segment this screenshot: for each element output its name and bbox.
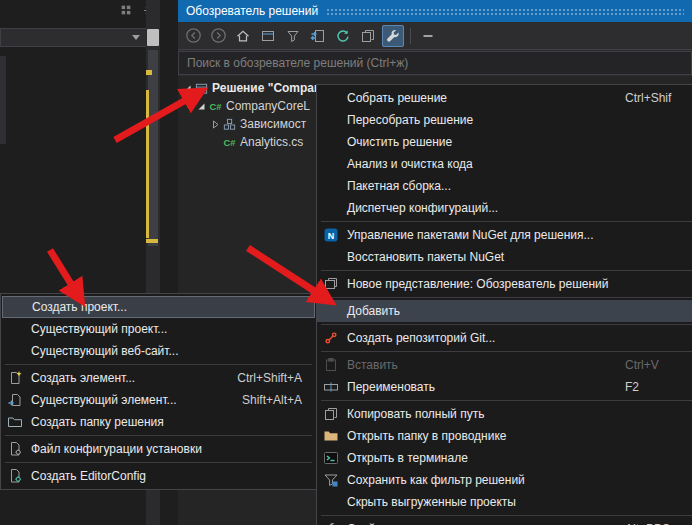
pending-changes-filter-button[interactable] xyxy=(282,25,304,47)
menu-item-label: Скрыть выгруженные проекты xyxy=(347,495,516,509)
scrollbar-thumb[interactable] xyxy=(148,50,158,246)
terminal-icon xyxy=(323,450,347,466)
svg-text:C#: C# xyxy=(224,138,237,148)
menu-item-label: Управление пакетами NuGet для решения... xyxy=(347,228,594,242)
properties-wrench-icon xyxy=(323,521,347,525)
menu-item-label: Создать элемент... xyxy=(31,371,135,385)
properties-button[interactable] xyxy=(382,25,404,47)
menu-separator xyxy=(321,297,692,298)
home-button[interactable] xyxy=(232,25,254,47)
new-view-icon xyxy=(323,276,347,292)
menu-item-label: Открыть в терминале xyxy=(347,451,468,465)
solution-explorer-titlebar[interactable]: Обозреватель решений xyxy=(178,0,692,22)
menu-item-add[interactable]: Добавить xyxy=(317,300,692,322)
csharp-project-icon: C# xyxy=(208,99,226,114)
menu-item-installer-configuration-file[interactable]: Файл конфигурации установки xyxy=(1,438,316,460)
modified-line-marker xyxy=(146,70,152,75)
menu-item-clean-solution[interactable]: Очистить решение xyxy=(317,131,692,153)
refresh-icon xyxy=(335,28,351,44)
modified-lines-marker xyxy=(146,90,149,238)
forward-button[interactable] xyxy=(207,25,229,47)
collapse-all-button[interactable] xyxy=(417,25,439,47)
menu-item-configuration-manager[interactable]: Диспетчер конфигураций... xyxy=(317,197,692,219)
panel-title: Обозреватель решений xyxy=(186,4,318,18)
expander-expanded-icon[interactable] xyxy=(194,100,208,113)
more-options-icon[interactable] xyxy=(118,2,134,18)
expander-collapsed-icon[interactable] xyxy=(208,118,222,131)
menu-item-label: Анализ и очистка кода xyxy=(347,157,473,171)
menu-item-rebuild-solution[interactable]: Пересобрать решение xyxy=(317,109,692,131)
menu-item-label: Новое представление: Обозреватель решени… xyxy=(347,277,608,291)
refresh-button[interactable] xyxy=(332,25,354,47)
menu-item-label: Вставить xyxy=(347,358,398,372)
git-icon xyxy=(323,330,347,346)
menu-item-rename[interactable]: Переименовать F2 xyxy=(317,376,692,398)
menu-separator xyxy=(321,351,692,352)
sync-with-active-document-button[interactable] xyxy=(307,25,329,47)
left-scrollbar-strip[interactable] xyxy=(0,56,6,144)
menu-item-shortcut: Ctrl+V xyxy=(625,358,659,372)
menu-item-label: Пакетная сборка... xyxy=(347,179,451,193)
solution-explorer-toolbar xyxy=(178,22,692,50)
menu-item-existing-project[interactable]: Существующий проект... xyxy=(1,318,316,340)
menu-separator xyxy=(5,435,312,436)
switch-views-icon xyxy=(260,28,276,44)
menu-separator xyxy=(321,515,692,516)
menu-item-new-item[interactable]: Создать элемент... Ctrl+Shift+A xyxy=(1,367,316,389)
menu-item-shortcut: F2 xyxy=(625,380,639,394)
menu-separator xyxy=(5,462,312,463)
menu-item-save-as-solution-filter[interactable]: Сохранить как фильтр решений xyxy=(317,469,692,491)
menu-item-new-solution-explorer-view[interactable]: Новое представление: Обозреватель решени… xyxy=(317,273,692,295)
menu-item-existing-item[interactable]: Существующий элемент... Shift+Alt+A xyxy=(1,389,316,411)
titlebar-grip xyxy=(326,8,684,15)
menu-item-label: Очистить решение xyxy=(347,135,452,149)
nuget-icon: N xyxy=(323,227,347,243)
menu-item-paste[interactable]: Вставить Ctrl+V xyxy=(317,354,692,376)
tree-item-label: Зависимост xyxy=(240,117,306,131)
menu-item-manage-nuget-packages[interactable]: N Управление пакетами NuGet для решения.… xyxy=(317,224,692,246)
menu-item-existing-web-site[interactable]: Существующий веб-сайт... xyxy=(1,340,316,362)
copy-path-icon xyxy=(323,406,347,422)
menu-item-open-folder-in-explorer[interactable]: Открыть папку в проводнике xyxy=(317,425,692,447)
show-all-files-button[interactable] xyxy=(357,25,379,47)
menu-item-create-git-repository[interactable]: Создать репозиторий Git... xyxy=(317,327,692,349)
visual-studio-window: Обозреватель решений xyxy=(0,0,692,525)
scrollbar-splitter-grip[interactable] xyxy=(147,29,159,46)
menu-item-label: Создать репозиторий Git... xyxy=(347,331,495,345)
menu-item-restore-nuget-packages[interactable]: Восстановить пакеты NuGet xyxy=(317,246,692,268)
menu-separator xyxy=(5,364,312,365)
sync-document-icon xyxy=(310,28,326,44)
open-folder-icon xyxy=(323,428,347,444)
add-submenu: Создать проект... Существующий проект...… xyxy=(0,293,317,490)
installer-config-icon xyxy=(7,441,31,457)
switch-views-button[interactable] xyxy=(257,25,279,47)
editor-navigation-bar[interactable] xyxy=(0,28,147,47)
menu-item-new-solution-folder[interactable]: Создать папку решения xyxy=(1,411,316,433)
menu-item-shortcut: Ctrl+Shif xyxy=(625,91,671,105)
expander-expanded-icon[interactable] xyxy=(180,82,194,95)
svg-text:N: N xyxy=(328,231,335,241)
solution-icon xyxy=(194,81,212,96)
menu-item-label: Собрать решение xyxy=(347,91,447,105)
menu-separator xyxy=(321,270,692,271)
menu-item-properties[interactable]: Свойства Alt+ВВО xyxy=(317,518,692,525)
back-button[interactable] xyxy=(182,25,204,47)
menu-item-new-project[interactable]: Создать проект... xyxy=(2,296,315,318)
menu-item-shortcut: Shift+Alt+A xyxy=(242,393,302,407)
save-filter-icon xyxy=(323,472,347,488)
menu-item-label: Создать EditorConfig xyxy=(31,469,146,483)
menu-item-batch-build[interactable]: Пакетная сборка... xyxy=(317,175,692,197)
tree-item-label: CompanyCoreL xyxy=(226,99,310,113)
menu-item-label: Сохранить как фильтр решений xyxy=(347,473,525,487)
forward-icon xyxy=(210,27,227,44)
existing-item-icon xyxy=(7,392,31,408)
search-input[interactable] xyxy=(178,51,692,75)
menu-item-hide-unloaded-projects[interactable]: Скрыть выгруженные проекты xyxy=(317,491,692,513)
menu-item-add-editorconfig[interactable]: Создать EditorConfig xyxy=(1,465,316,487)
menu-item-label: Файл конфигурации установки xyxy=(31,442,202,456)
menu-item-code-cleanup[interactable]: Анализ и очистка кода xyxy=(317,153,692,175)
tree-item-label: Решение "Compan xyxy=(212,81,321,95)
menu-item-copy-full-path[interactable]: Копировать полный путь xyxy=(317,403,692,425)
menu-item-open-in-terminal[interactable]: Открыть в терминале xyxy=(317,447,692,469)
menu-item-build-solution[interactable]: Собрать решение Ctrl+Shif xyxy=(317,87,692,109)
